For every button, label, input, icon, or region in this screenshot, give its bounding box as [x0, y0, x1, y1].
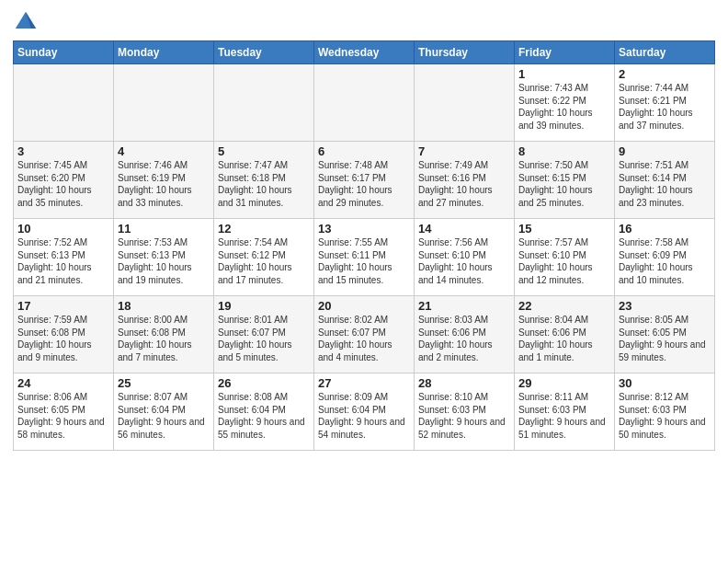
calendar-cell: 29Sunrise: 8:11 AM Sunset: 6:03 PM Dayli… [515, 373, 615, 451]
day-number: 26 [218, 376, 310, 390]
day-number: 28 [418, 376, 510, 390]
calendar-cell: 25Sunrise: 8:07 AM Sunset: 6:04 PM Dayli… [114, 373, 214, 451]
day-info: Sunrise: 8:06 AM Sunset: 6:05 PM Dayligh… [17, 391, 109, 441]
day-info: Sunrise: 7:50 AM Sunset: 6:15 PM Dayligh… [518, 159, 610, 209]
day-number: 12 [218, 222, 310, 236]
day-info: Sunrise: 7:58 AM Sunset: 6:09 PM Dayligh… [619, 236, 711, 286]
calendar-cell: 17Sunrise: 7:59 AM Sunset: 6:08 PM Dayli… [14, 296, 114, 373]
day-number: 20 [318, 299, 410, 313]
calendar-cell: 21Sunrise: 8:03 AM Sunset: 6:06 PM Dayli… [415, 296, 515, 373]
calendar-cell: 20Sunrise: 8:02 AM Sunset: 6:07 PM Dayli… [314, 296, 415, 373]
calendar-cell: 8Sunrise: 7:50 AM Sunset: 6:15 PM Daylig… [515, 142, 615, 219]
calendar-cell: 23Sunrise: 8:05 AM Sunset: 6:05 PM Dayli… [615, 296, 715, 373]
day-info: Sunrise: 7:55 AM Sunset: 6:11 PM Dayligh… [318, 236, 410, 286]
calendar-cell [314, 64, 415, 142]
day-info: Sunrise: 7:43 AM Sunset: 6:22 PM Dayligh… [518, 82, 610, 132]
day-info: Sunrise: 8:07 AM Sunset: 6:04 PM Dayligh… [118, 391, 210, 441]
page: SundayMondayTuesdayWednesdayThursdayFrid… [0, 0, 728, 563]
day-number: 16 [619, 222, 711, 236]
logo [13, 9, 42, 35]
day-number: 17 [17, 299, 109, 313]
day-info: Sunrise: 7:57 AM Sunset: 6:10 PM Dayligh… [518, 236, 610, 286]
day-number: 4 [118, 144, 210, 158]
calendar-cell: 19Sunrise: 8:01 AM Sunset: 6:07 PM Dayli… [214, 296, 314, 373]
day-number: 30 [619, 376, 711, 390]
logo-icon [13, 9, 39, 35]
day-info: Sunrise: 7:49 AM Sunset: 6:16 PM Dayligh… [418, 159, 510, 209]
calendar-cell: 3Sunrise: 7:45 AM Sunset: 6:20 PM Daylig… [14, 142, 114, 219]
calendar-cell: 24Sunrise: 8:06 AM Sunset: 6:05 PM Dayli… [14, 373, 114, 451]
day-info: Sunrise: 8:01 AM Sunset: 6:07 PM Dayligh… [218, 314, 310, 363]
calendar-cell [214, 64, 314, 142]
calendar-week-2: 10Sunrise: 7:52 AM Sunset: 6:13 PM Dayli… [14, 219, 715, 296]
calendar-cell: 2Sunrise: 7:44 AM Sunset: 6:21 PM Daylig… [615, 64, 715, 142]
calendar-cell: 6Sunrise: 7:48 AM Sunset: 6:17 PM Daylig… [314, 142, 415, 219]
calendar-header-tuesday: Tuesday [214, 41, 314, 64]
calendar-cell: 18Sunrise: 8:00 AM Sunset: 6:08 PM Dayli… [114, 296, 214, 373]
calendar-cell: 14Sunrise: 7:56 AM Sunset: 6:10 PM Dayli… [415, 219, 515, 296]
day-number: 1 [518, 67, 610, 81]
calendar-cell: 5Sunrise: 7:47 AM Sunset: 6:18 PM Daylig… [214, 142, 314, 219]
calendar-cell [14, 64, 114, 142]
calendar-header-thursday: Thursday [415, 41, 515, 64]
day-info: Sunrise: 7:54 AM Sunset: 6:12 PM Dayligh… [218, 236, 310, 286]
day-info: Sunrise: 7:56 AM Sunset: 6:10 PM Dayligh… [418, 236, 510, 286]
day-number: 2 [619, 67, 711, 81]
day-number: 9 [619, 144, 711, 158]
day-number: 3 [17, 144, 109, 158]
day-info: Sunrise: 8:02 AM Sunset: 6:07 PM Dayligh… [318, 314, 410, 363]
day-number: 22 [518, 299, 610, 313]
day-info: Sunrise: 7:53 AM Sunset: 6:13 PM Dayligh… [118, 236, 210, 286]
day-info: Sunrise: 7:59 AM Sunset: 6:08 PM Dayligh… [17, 314, 109, 363]
day-info: Sunrise: 8:12 AM Sunset: 6:03 PM Dayligh… [619, 391, 711, 441]
calendar-cell: 16Sunrise: 7:58 AM Sunset: 6:09 PM Dayli… [615, 219, 715, 296]
calendar-header-friday: Friday [515, 41, 615, 64]
day-number: 10 [17, 222, 109, 236]
calendar-cell: 9Sunrise: 7:51 AM Sunset: 6:14 PM Daylig… [615, 142, 715, 219]
calendar-week-3: 17Sunrise: 7:59 AM Sunset: 6:08 PM Dayli… [14, 296, 715, 373]
day-info: Sunrise: 7:45 AM Sunset: 6:20 PM Dayligh… [17, 159, 109, 209]
calendar-cell: 11Sunrise: 7:53 AM Sunset: 6:13 PM Dayli… [114, 219, 214, 296]
calendar-cell: 4Sunrise: 7:46 AM Sunset: 6:19 PM Daylig… [114, 142, 214, 219]
day-info: Sunrise: 8:00 AM Sunset: 6:08 PM Dayligh… [118, 314, 210, 363]
day-number: 21 [418, 299, 510, 313]
day-info: Sunrise: 8:11 AM Sunset: 6:03 PM Dayligh… [518, 391, 610, 441]
calendar-header-sunday: Sunday [14, 41, 114, 64]
day-info: Sunrise: 8:09 AM Sunset: 6:04 PM Dayligh… [318, 391, 410, 441]
calendar-cell: 22Sunrise: 8:04 AM Sunset: 6:06 PM Dayli… [515, 296, 615, 373]
day-info: Sunrise: 8:08 AM Sunset: 6:04 PM Dayligh… [218, 391, 310, 441]
day-number: 6 [318, 144, 410, 158]
day-info: Sunrise: 8:10 AM Sunset: 6:03 PM Dayligh… [418, 391, 510, 441]
day-number: 19 [218, 299, 310, 313]
day-number: 7 [418, 144, 510, 158]
day-number: 8 [518, 144, 610, 158]
calendar-cell: 10Sunrise: 7:52 AM Sunset: 6:13 PM Dayli… [14, 219, 114, 296]
day-number: 11 [118, 222, 210, 236]
day-info: Sunrise: 8:05 AM Sunset: 6:05 PM Dayligh… [619, 314, 711, 363]
calendar-cell: 27Sunrise: 8:09 AM Sunset: 6:04 PM Dayli… [314, 373, 415, 451]
day-number: 29 [518, 376, 610, 390]
calendar-table: SundayMondayTuesdayWednesdayThursdayFrid… [13, 40, 715, 451]
day-number: 23 [619, 299, 711, 313]
calendar-week-4: 24Sunrise: 8:06 AM Sunset: 6:05 PM Dayli… [14, 373, 715, 451]
calendar-cell [415, 64, 515, 142]
day-number: 25 [118, 376, 210, 390]
calendar-cell: 12Sunrise: 7:54 AM Sunset: 6:12 PM Dayli… [214, 219, 314, 296]
calendar-header-row: SundayMondayTuesdayWednesdayThursdayFrid… [14, 41, 715, 64]
day-info: Sunrise: 7:48 AM Sunset: 6:17 PM Dayligh… [318, 159, 410, 209]
calendar-cell: 7Sunrise: 7:49 AM Sunset: 6:16 PM Daylig… [415, 142, 515, 219]
day-number: 18 [118, 299, 210, 313]
day-info: Sunrise: 7:52 AM Sunset: 6:13 PM Dayligh… [17, 236, 109, 286]
calendar-cell: 26Sunrise: 8:08 AM Sunset: 6:04 PM Dayli… [214, 373, 314, 451]
calendar-cell: 15Sunrise: 7:57 AM Sunset: 6:10 PM Dayli… [515, 219, 615, 296]
day-number: 24 [17, 376, 109, 390]
calendar-cell [114, 64, 214, 142]
calendar-week-1: 3Sunrise: 7:45 AM Sunset: 6:20 PM Daylig… [14, 142, 715, 219]
day-number: 13 [318, 222, 410, 236]
calendar-cell: 1Sunrise: 7:43 AM Sunset: 6:22 PM Daylig… [515, 64, 615, 142]
day-info: Sunrise: 8:03 AM Sunset: 6:06 PM Dayligh… [418, 314, 510, 363]
day-info: Sunrise: 8:04 AM Sunset: 6:06 PM Dayligh… [518, 314, 610, 363]
calendar-cell: 28Sunrise: 8:10 AM Sunset: 6:03 PM Dayli… [415, 373, 515, 451]
day-info: Sunrise: 7:46 AM Sunset: 6:19 PM Dayligh… [118, 159, 210, 209]
day-number: 15 [518, 222, 610, 236]
